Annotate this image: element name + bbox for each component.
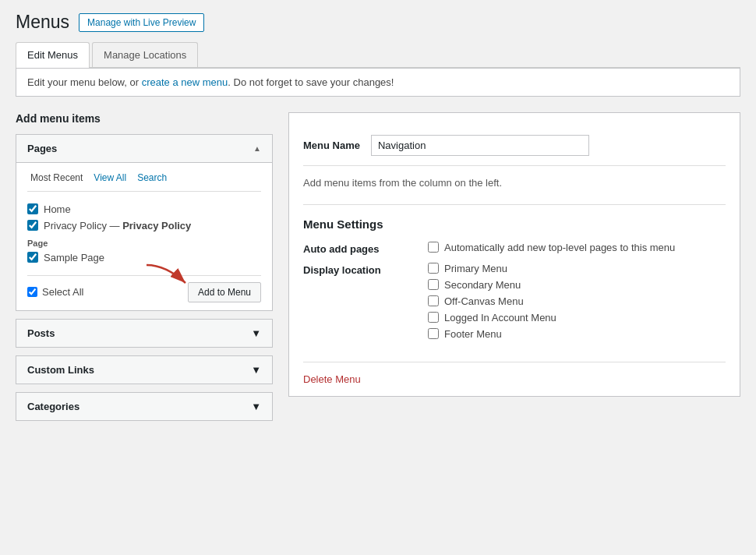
main-layout: Add menu items Pages ▲ Most Recent View … bbox=[16, 112, 740, 429]
page-checkbox-privacy[interactable] bbox=[27, 220, 38, 231]
auto-add-pages-row: Auto add pages Automatically add new top… bbox=[303, 242, 726, 255]
menu-name-row: Menu Name bbox=[303, 124, 726, 166]
pages-accordion: Pages ▲ Most Recent View All Search Home bbox=[16, 134, 273, 311]
pages-accordion-header[interactable]: Pages ▲ bbox=[16, 135, 272, 163]
offcanvas-menu-checkbox[interactable] bbox=[428, 295, 439, 306]
display-location-row: Display location Primary Menu Secondary … bbox=[303, 263, 726, 340]
page-label-sample: Sample Page bbox=[44, 252, 104, 263]
live-preview-button[interactable]: Manage with Live Preview bbox=[79, 13, 204, 32]
menu-name-input[interactable] bbox=[371, 135, 589, 156]
offcanvas-menu-label: Off-Canvas Menu bbox=[444, 295, 524, 307]
auto-add-options: Automatically add new top-level pages to… bbox=[428, 242, 675, 255]
sub-tab-view-all[interactable]: View All bbox=[90, 171, 129, 185]
posts-accordion-header[interactable]: Posts ▼ bbox=[16, 320, 272, 347]
add-to-menu-button[interactable]: Add to Menu bbox=[188, 282, 261, 302]
categories-arrow: ▼ bbox=[251, 401, 261, 412]
categories-title: Categories bbox=[27, 401, 79, 412]
logged-in-menu-checkbox[interactable] bbox=[428, 312, 439, 323]
display-location-footer: Footer Menu bbox=[428, 328, 556, 340]
pages-item-list: Home Privacy Policy — Privacy Policy Pag… bbox=[27, 201, 261, 266]
posts-accordion-arrow: ▼ bbox=[251, 327, 261, 339]
display-location-label: Display location bbox=[303, 263, 412, 340]
posts-accordion-title: Posts bbox=[27, 327, 55, 339]
auto-add-label: Auto add pages bbox=[303, 242, 412, 255]
auto-add-checkbox[interactable] bbox=[428, 242, 439, 253]
page-title: Menus bbox=[16, 11, 69, 34]
select-all-checkbox[interactable] bbox=[27, 287, 37, 297]
pages-footer-row: Select All Add to Menu bbox=[27, 275, 261, 302]
delete-menu-link[interactable]: Delete Menu bbox=[303, 362, 726, 385]
page-label-home: Home bbox=[44, 203, 71, 215]
page-item-home: Home bbox=[27, 201, 261, 217]
tabs-bar: Edit Menus Manage Locations bbox=[16, 42, 740, 68]
secondary-menu-checkbox[interactable] bbox=[428, 279, 439, 290]
categories-accordion-header[interactable]: Categories ▼ bbox=[16, 393, 272, 420]
left-column: Add menu items Pages ▲ Most Recent View … bbox=[16, 112, 273, 429]
display-location-logged-in: Logged In Account Menu bbox=[428, 312, 556, 323]
secondary-menu-label: Secondary Menu bbox=[444, 279, 521, 291]
sub-tab-most-recent[interactable]: Most Recent bbox=[27, 171, 86, 185]
tab-manage-locations[interactable]: Manage Locations bbox=[92, 42, 198, 67]
create-new-menu-link[interactable]: create a new menu bbox=[142, 76, 228, 88]
display-location-secondary: Secondary Menu bbox=[428, 279, 556, 291]
notice-bar: Edit your menu below, or create a new me… bbox=[16, 68, 740, 97]
categories-accordion: Categories ▼ bbox=[16, 392, 273, 421]
select-all-row: Select All bbox=[27, 286, 83, 298]
add-items-hint: Add menu items from the column on the le… bbox=[303, 177, 726, 189]
add-to-menu-arrow bbox=[143, 261, 189, 292]
custom-links-title: Custom Links bbox=[27, 364, 94, 376]
display-location-primary: Primary Menu bbox=[428, 263, 556, 274]
right-column: Menu Name Add menu items from the column… bbox=[288, 112, 740, 429]
custom-links-accordion-header[interactable]: Custom Links ▼ bbox=[16, 356, 272, 384]
posts-accordion: Posts ▼ bbox=[16, 319, 273, 348]
pages-accordion-body: Most Recent View All Search Home Privacy… bbox=[16, 163, 272, 310]
sub-tab-search[interactable]: Search bbox=[134, 171, 170, 185]
page-header: Menus Manage with Live Preview bbox=[0, 0, 756, 34]
logged-in-menu-label: Logged In Account Menu bbox=[444, 312, 556, 323]
page-item-sample: Sample Page bbox=[27, 249, 261, 266]
page-group-label: Page bbox=[27, 239, 261, 248]
custom-links-accordion: Custom Links ▼ bbox=[16, 355, 273, 384]
footer-menu-label: Footer Menu bbox=[444, 328, 502, 340]
display-location-offcanvas: Off-Canvas Menu bbox=[428, 295, 556, 307]
primary-menu-label: Primary Menu bbox=[444, 263, 507, 274]
pages-sub-tabs: Most Recent View All Search bbox=[27, 171, 261, 192]
auto-add-option: Automatically add new top-level pages to… bbox=[428, 242, 675, 253]
page-checkbox-sample[interactable] bbox=[27, 252, 38, 263]
page-checkbox-home[interactable] bbox=[27, 203, 38, 214]
auto-add-option-label: Automatically add new top-level pages to… bbox=[444, 242, 675, 253]
pages-accordion-arrow-up: ▲ bbox=[253, 144, 261, 153]
custom-links-arrow: ▼ bbox=[251, 364, 261, 376]
tab-edit-menus[interactable]: Edit Menus bbox=[16, 42, 90, 68]
select-all-label: Select All bbox=[42, 286, 83, 298]
page-item-privacy: Privacy Policy — Privacy Policy bbox=[27, 217, 261, 234]
menu-structure-box: Menu Name Add menu items from the column… bbox=[288, 112, 740, 397]
pages-accordion-title: Pages bbox=[27, 143, 57, 154]
footer-menu-checkbox[interactable] bbox=[428, 328, 439, 339]
menu-name-label: Menu Name bbox=[303, 140, 360, 151]
menu-settings-title: Menu Settings bbox=[303, 204, 726, 231]
page-label-privacy: Privacy Policy — Privacy Policy bbox=[44, 220, 191, 232]
display-location-options: Primary Menu Secondary Menu Off-Canvas M… bbox=[428, 263, 556, 340]
add-menu-items-title: Add menu items bbox=[16, 112, 273, 125]
primary-menu-checkbox[interactable] bbox=[428, 263, 439, 274]
